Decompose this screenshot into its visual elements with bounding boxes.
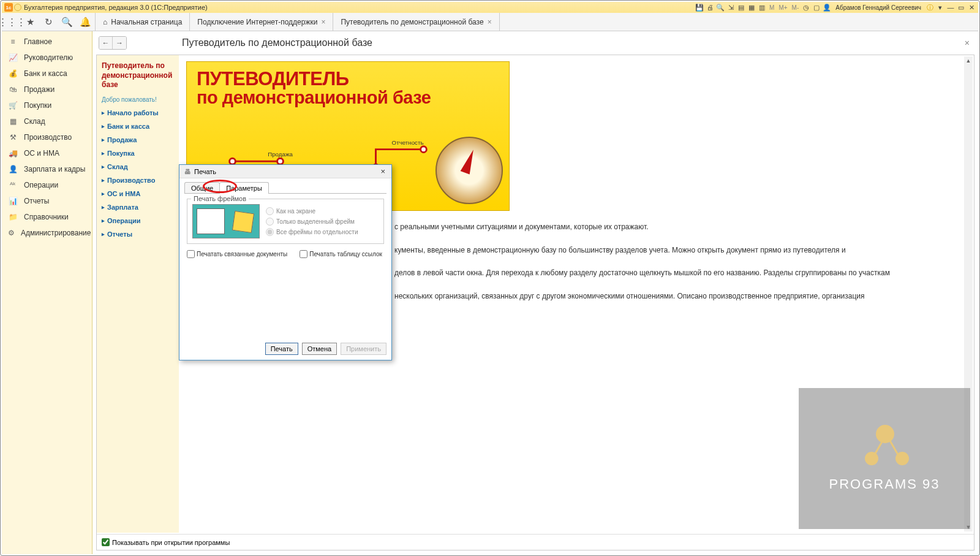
- truck-icon: 🚚: [8, 149, 18, 158]
- user-name[interactable]: Абрамов Геннадий Сергеевич: [835, 4, 921, 11]
- titlebar-dropdown-icon[interactable]: [14, 4, 21, 11]
- m-label[interactable]: M: [768, 4, 775, 11]
- cart-icon: 🛒: [8, 101, 18, 110]
- show-on-start-checkbox[interactable]: [102, 538, 110, 546]
- maximize-icon[interactable]: ▭: [957, 3, 965, 12]
- page-close-button[interactable]: ×: [962, 38, 972, 48]
- sidebar-label: ОС и НМА: [24, 149, 59, 158]
- dropdown-icon[interactable]: ▾: [936, 3, 944, 12]
- guide-link-production[interactable]: Производство: [102, 177, 174, 184]
- person-icon: 👤: [8, 165, 18, 173]
- menu-icon: ≡: [8, 37, 18, 46]
- radio-selected-frame[interactable]: Только выделенный фрейм: [266, 218, 358, 226]
- sidebar-item-refs[interactable]: 📁Справочники: [2, 209, 92, 225]
- dialog-tab-params[interactable]: Параметры: [219, 182, 269, 194]
- ops-icon: ᴬᵏ: [8, 181, 18, 189]
- guide-link-assets[interactable]: ОС и НМА: [102, 190, 174, 197]
- bell-icon[interactable]: 🔔: [78, 15, 92, 29]
- sidebar-item-assets[interactable]: 🚚ОС и НМА: [2, 145, 92, 161]
- tab-home[interactable]: ⌂ Начальная страница: [95, 13, 190, 31]
- sidebar-item-salary[interactable]: 👤Зарплата и кадры: [2, 161, 92, 177]
- tab-guide[interactable]: Путеводитель по демонстрационной базе ×: [333, 13, 499, 31]
- tab-home-label: Начальная страница: [111, 18, 182, 26]
- sidebar-item-bank[interactable]: 💰Банк и касса: [2, 66, 92, 82]
- dialog-close-button[interactable]: ×: [378, 167, 388, 176]
- sidebar-item-operations[interactable]: ᴬᵏОперации: [2, 177, 92, 193]
- guide-link-start[interactable]: Начало работы: [102, 109, 174, 116]
- tab-close-icon[interactable]: ×: [488, 18, 492, 26]
- search-icon[interactable]: 🔍: [59, 15, 74, 29]
- print-icon[interactable]: 🖨: [706, 3, 714, 12]
- save-icon[interactable]: 💾: [695, 3, 704, 12]
- user-icon: 👤: [823, 3, 831, 12]
- sidebar-item-warehouse[interactable]: ▦Склад: [2, 113, 92, 129]
- watermark-text: PROGRAMS 93: [829, 476, 940, 492]
- dialog-titlebar[interactable]: 🖶 Печать ×: [179, 165, 391, 178]
- print-button[interactable]: Печать: [265, 343, 298, 355]
- radio-all-frames[interactable]: Все фреймы по отдельности: [266, 228, 358, 236]
- clock-icon[interactable]: ◷: [802, 3, 810, 12]
- sidebar-item-production[interactable]: ⚒Производство: [2, 129, 92, 145]
- doc-icon[interactable]: ▤: [737, 3, 745, 12]
- sidebar-label: Покупки: [24, 101, 51, 110]
- sidebar-item-manager[interactable]: 📈Руководителю: [2, 50, 92, 66]
- scroll-up-icon[interactable]: ▲: [964, 56, 973, 65]
- app-title: Бухгалтерия предприятия, редакция 3.0 (1…: [24, 4, 208, 11]
- guide-link-purchase[interactable]: Покупка: [102, 150, 174, 157]
- tab-close-icon[interactable]: ×: [321, 18, 325, 26]
- folder-icon: 📁: [8, 213, 18, 221]
- guide-title: Путеводитель по демонстрационной базе: [102, 61, 174, 90]
- guide-link-warehouse[interactable]: Склад: [102, 163, 174, 170]
- sidebar-label: Зарплата и кадры: [24, 165, 85, 173]
- window-icon[interactable]: ▢: [812, 3, 821, 12]
- calendar-icon[interactable]: ▦: [747, 3, 756, 12]
- sidebar-label: Администрирование: [21, 229, 91, 237]
- apply-button[interactable]: Применить: [341, 343, 386, 355]
- sidebar-item-reports[interactable]: 📊Отчеты: [2, 193, 92, 209]
- sidebar-item-sales[interactable]: 🛍Продажи: [2, 82, 92, 97]
- gear-icon: ⚙: [8, 229, 15, 237]
- guide-link-reports[interactable]: Отчеты: [102, 230, 174, 238]
- svg-point-1: [230, 158, 236, 164]
- nav-forward-button[interactable]: →: [113, 37, 126, 49]
- compare-icon[interactable]: ⇲: [726, 3, 735, 12]
- close-window-icon[interactable]: ✕: [967, 3, 976, 12]
- guide-link-sale[interactable]: Продажа: [102, 136, 174, 143]
- frames-fieldset: Печать фреймов Как на экране Только выде…: [187, 199, 384, 244]
- sidebar-label: Производство: [24, 133, 72, 142]
- guide-link-bank[interactable]: Банк и касса: [102, 123, 174, 130]
- sidebar-item-purchases[interactable]: 🛒Покупки: [2, 97, 92, 113]
- apps-icon[interactable]: ⋮⋮⋮: [4, 15, 19, 29]
- guide-welcome: Добро пожаловать!: [102, 96, 174, 103]
- guide-link-operations[interactable]: Операции: [102, 217, 174, 224]
- favorite-icon[interactable]: ★: [23, 15, 37, 29]
- chk-link-table[interactable]: Печатать таблицу ссылок: [300, 250, 382, 258]
- dialog-tab-general[interactable]: Общие: [184, 182, 220, 194]
- tab-internet-support[interactable]: Подключение Интернет-поддержки ×: [190, 13, 333, 31]
- sidebar-item-main[interactable]: ≡Главное: [2, 34, 92, 50]
- chk-linked-docs[interactable]: Печатать связанные документы: [187, 250, 287, 258]
- sidebar-item-admin[interactable]: ⚙Администрирование: [2, 225, 92, 241]
- tab-label: Подключение Интернет-поддержки: [197, 18, 317, 26]
- info-icon[interactable]: ⓘ: [925, 3, 934, 12]
- radio-as-screen[interactable]: Как на экране: [266, 207, 358, 215]
- frames-legend: Печать фреймов: [191, 195, 249, 202]
- printer-icon: 🖶: [183, 167, 192, 176]
- minimize-icon[interactable]: —: [946, 3, 955, 12]
- guide-link-salary[interactable]: Зарплата: [102, 204, 174, 211]
- cancel-button[interactable]: Отмена: [302, 343, 337, 355]
- print-dialog: 🖶 Печать × Общие Параметры Печать фреймо…: [179, 164, 392, 360]
- history-icon[interactable]: ↻: [41, 15, 56, 29]
- svg-text:Отчетность: Отчетность: [392, 139, 424, 146]
- nav-back-button[interactable]: ←: [99, 37, 113, 49]
- preview-icon[interactable]: 🔍: [716, 3, 725, 12]
- calc-icon[interactable]: ▥: [758, 3, 766, 12]
- show-on-start-label: Показывать при открытии программы: [112, 539, 230, 546]
- grid-icon: ▦: [8, 117, 18, 126]
- m-plus-label[interactable]: M+: [777, 4, 788, 11]
- m-minus-label[interactable]: M-: [791, 4, 801, 11]
- page-title: Путеводитель по демонстрационной базе: [182, 37, 372, 48]
- sidebar-label: Продажи: [24, 85, 55, 94]
- home-icon: ⌂: [103, 18, 107, 26]
- sidebar-label: Отчеты: [24, 197, 49, 205]
